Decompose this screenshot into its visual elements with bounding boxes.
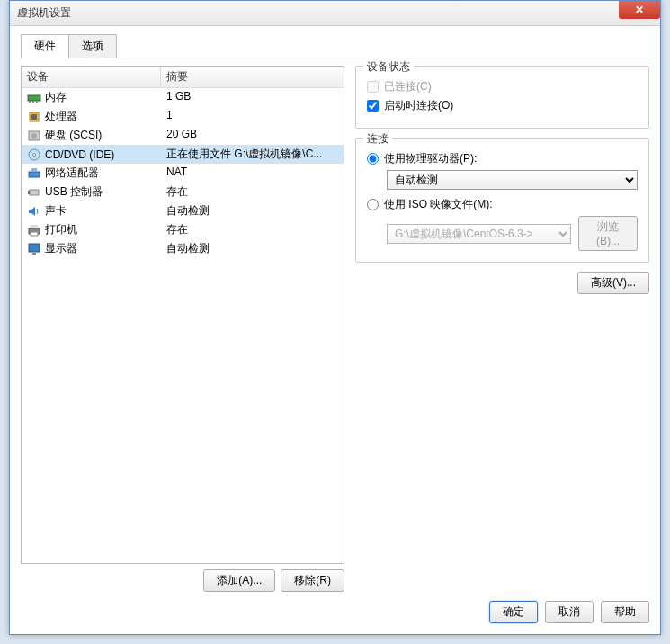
- ok-button[interactable]: 确定: [489, 601, 538, 623]
- svg-rect-5: [31, 114, 37, 120]
- iso-path-combo: G:\虚拟机镜像\CentOS-6.3->: [387, 224, 571, 244]
- connected-label: 已连接(C): [384, 79, 432, 94]
- svg-rect-15: [31, 225, 38, 228]
- advanced-row: 高级(V)...: [355, 272, 649, 294]
- cancel-button[interactable]: 取消: [545, 601, 594, 623]
- svg-rect-16: [31, 232, 38, 236]
- device-summary: NAT: [161, 164, 344, 183]
- svg-rect-11: [31, 168, 37, 172]
- help-button[interactable]: 帮助: [601, 601, 649, 623]
- use-iso-radio-row[interactable]: 使用 ISO 映像文件(M):: [367, 197, 638, 212]
- browse-button: 浏览(B)...: [578, 216, 638, 251]
- advanced-button[interactable]: 高级(V)...: [577, 272, 649, 294]
- hardware-row[interactable]: CD/DVD (IDE)正在使用文件 G:\虚拟机镜像\C...: [22, 145, 344, 164]
- col-summary[interactable]: 摘要: [161, 67, 344, 87]
- device-name: 声卡: [45, 203, 67, 219]
- sound-icon: [27, 204, 41, 219]
- memory-icon: [27, 91, 41, 105]
- device-summary: 20 GB: [161, 126, 344, 145]
- tab-hardware[interactable]: 硬件: [21, 34, 69, 58]
- device-name: USB 控制器: [45, 184, 103, 200]
- svg-rect-3: [36, 101, 38, 103]
- hardware-row[interactable]: 处理器1: [22, 107, 344, 126]
- connect-poweron-checkbox-row[interactable]: 启动时连接(O): [367, 98, 638, 113]
- titlebar[interactable]: 虚拟机设置 ✕: [10, 1, 660, 26]
- device-summary: 自动检测: [161, 239, 344, 258]
- usb-icon: [27, 185, 41, 200]
- svg-rect-12: [30, 190, 39, 195]
- hardware-row[interactable]: 显示器自动检测: [22, 239, 344, 258]
- display-icon: [27, 242, 41, 256]
- svg-rect-17: [29, 244, 40, 252]
- hardware-row[interactable]: 声卡自动检测: [22, 201, 344, 220]
- use-physical-radio[interactable]: [367, 153, 379, 165]
- device-summary: 存在: [161, 183, 344, 201]
- hardware-row[interactable]: 内存1 GB: [22, 88, 344, 107]
- device-name: 网络适配器: [45, 165, 99, 181]
- main-area: 设备 摘要 内存1 GB处理器1硬盘 (SCSI)20 GBCD/DVD (ID…: [21, 66, 649, 592]
- device-name: CD/DVD (IDE): [45, 148, 114, 161]
- cd-icon: [27, 148, 41, 162]
- tab-strip: 硬件 选项: [21, 33, 649, 58]
- window-title: 虚拟机设置: [17, 5, 71, 21]
- device-name: 内存: [45, 90, 67, 105]
- device-summary: 存在: [161, 220, 344, 239]
- hardware-row[interactable]: USB 控制器存在: [22, 183, 344, 201]
- remove-button[interactable]: 移除(R): [281, 569, 344, 592]
- net-icon: [27, 166, 41, 181]
- hardware-list[interactable]: 设备 摘要 内存1 GB处理器1硬盘 (SCSI)20 GBCD/DVD (ID…: [21, 66, 344, 564]
- svg-rect-18: [32, 253, 36, 255]
- device-name: 显示器: [45, 241, 77, 256]
- footer: 确定 取消 帮助: [21, 592, 649, 623]
- printer-icon: [27, 223, 41, 237]
- vm-settings-window: 虚拟机设置 ✕ 硬件 选项 设备 摘要 内存1 GB处理器1硬盘 (SCSI)2…: [9, 0, 661, 635]
- client-area: 硬件 选项 设备 摘要 内存1 GB处理器1硬盘 (SCSI)20 GBCD/D…: [10, 26, 660, 634]
- device-summary: 1 GB: [161, 88, 344, 107]
- disk-icon: [27, 129, 41, 143]
- connect-poweron-checkbox[interactable]: [367, 100, 379, 112]
- svg-point-7: [31, 133, 37, 139]
- tab-options[interactable]: 选项: [68, 34, 117, 58]
- svg-rect-0: [28, 95, 40, 101]
- device-summary: 1: [161, 107, 344, 126]
- svg-rect-13: [28, 191, 30, 194]
- close-icon: ✕: [635, 4, 644, 16]
- connected-checkbox: [367, 81, 379, 93]
- use-iso-label: 使用 ISO 映像文件(M):: [384, 197, 493, 212]
- connection-group: 连接 使用物理驱动器(P): 自动检测 使用 ISO 映像文件(M):: [355, 138, 649, 263]
- physical-drive-combo[interactable]: 自动检测: [387, 170, 638, 190]
- hardware-row[interactable]: 网络适配器NAT: [22, 164, 344, 183]
- svg-rect-1: [29, 101, 31, 103]
- use-physical-label: 使用物理驱动器(P):: [384, 151, 477, 166]
- device-summary: 正在使用文件 G:\虚拟机镜像\C...: [161, 145, 344, 164]
- use-iso-radio[interactable]: [367, 199, 379, 210]
- use-physical-radio-row[interactable]: 使用物理驱动器(P):: [367, 151, 638, 166]
- svg-rect-2: [32, 101, 34, 103]
- right-pane: 设备状态 已连接(C) 启动时连接(O) 连接 使用物理驱动器(P):: [355, 66, 649, 592]
- device-name: 硬盘 (SCSI): [45, 128, 102, 143]
- device-name: 处理器: [45, 109, 77, 124]
- device-status-title: 设备状态: [363, 59, 414, 75]
- close-button[interactable]: ✕: [619, 1, 660, 19]
- hardware-row[interactable]: 打印机存在: [22, 220, 344, 239]
- connect-poweron-label: 启动时连接(O): [384, 98, 453, 113]
- device-status-group: 设备状态 已连接(C) 启动时连接(O): [355, 66, 649, 129]
- device-name: 打印机: [45, 222, 77, 237]
- connection-title: 连接: [363, 131, 392, 147]
- add-button[interactable]: 添加(A)...: [203, 569, 275, 592]
- hardware-row[interactable]: 硬盘 (SCSI)20 GB: [22, 126, 344, 145]
- svg-rect-10: [29, 172, 40, 177]
- hardware-header: 设备 摘要: [22, 67, 344, 88]
- connected-checkbox-row[interactable]: 已连接(C): [367, 79, 638, 94]
- svg-point-9: [33, 153, 36, 156]
- col-device[interactable]: 设备: [22, 67, 161, 87]
- cpu-icon: [27, 110, 41, 124]
- left-buttons: 添加(A)... 移除(R): [21, 569, 344, 592]
- device-summary: 自动检测: [161, 201, 344, 220]
- left-pane: 设备 摘要 内存1 GB处理器1硬盘 (SCSI)20 GBCD/DVD (ID…: [21, 66, 344, 592]
